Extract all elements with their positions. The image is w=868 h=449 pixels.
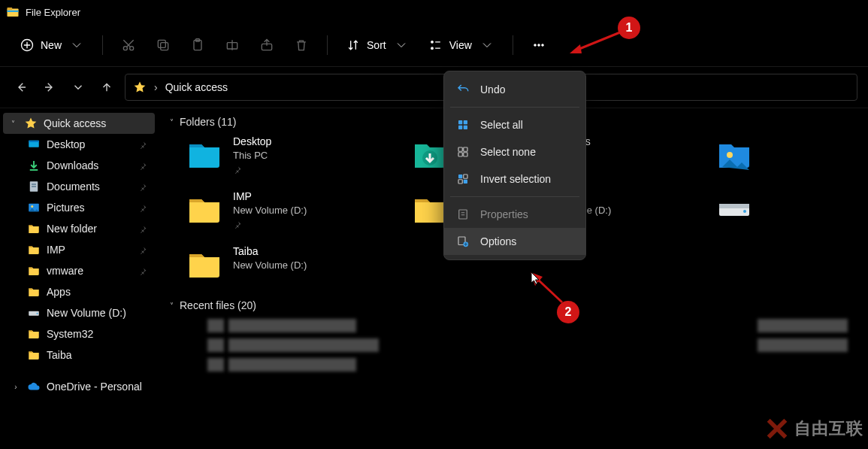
folder-item-imp[interactable]: IMPNew Volume (D:) bbox=[186, 190, 374, 229]
invert-icon bbox=[456, 172, 470, 186]
svg-rect-2 bbox=[8, 11, 19, 12]
chevron-down-icon: ˅ bbox=[170, 118, 174, 126]
sidebar-item-pictures[interactable]: Pictures bbox=[3, 197, 155, 218]
sidebar-item-onedrive[interactable]: › OneDrive - Personal bbox=[3, 376, 155, 397]
see-more-button[interactable] bbox=[525, 33, 552, 57]
svg-rect-18 bbox=[29, 141, 39, 142]
pin-icon bbox=[138, 182, 147, 191]
sort-button[interactable]: Sort bbox=[340, 33, 415, 57]
svg-rect-46 bbox=[459, 210, 467, 219]
sidebar-item-vmware[interactable]: vmware bbox=[3, 260, 155, 281]
sidebar-item-taiba[interactable]: Taiba bbox=[3, 344, 155, 366]
sidebar-item-label: New Volume (D:) bbox=[47, 307, 126, 319]
svg-point-13 bbox=[431, 47, 433, 49]
menu-item-options[interactable]: Options bbox=[444, 228, 585, 255]
svg-rect-6 bbox=[161, 43, 168, 50]
pin-icon bbox=[138, 224, 147, 233]
navigation-pane: ˅Quick accessDesktopDownloadsDocumentsPi… bbox=[0, 108, 158, 449]
svg-rect-44 bbox=[458, 180, 462, 184]
back-button[interactable] bbox=[11, 77, 32, 98]
svg-point-4 bbox=[123, 47, 127, 50]
recent-section-header[interactable]: ˅ Recent files (20) bbox=[170, 299, 865, 311]
menu-item-label: Select none bbox=[480, 146, 536, 158]
sidebar-item-downloads[interactable]: Downloads bbox=[3, 155, 155, 176]
svg-point-30 bbox=[727, 152, 733, 158]
annotation-badge-2: 2 bbox=[557, 301, 579, 323]
forward-button[interactable] bbox=[39, 77, 60, 98]
folder-icon bbox=[186, 190, 222, 226]
paste-button[interactable] bbox=[184, 33, 211, 57]
svg-line-49 bbox=[576, 31, 624, 50]
svg-point-14 bbox=[534, 44, 536, 47]
svg-point-25 bbox=[37, 313, 38, 314]
pin-icon bbox=[138, 203, 147, 212]
sidebar-item-label: IMP bbox=[47, 244, 65, 256]
separator bbox=[513, 35, 513, 55]
sidebar-item-quick-access[interactable]: ˅Quick access bbox=[3, 113, 155, 134]
sidebar-item-documents[interactable]: Documents bbox=[3, 176, 155, 197]
share-button[interactable] bbox=[253, 33, 280, 57]
copy-button[interactable] bbox=[150, 33, 177, 57]
menu-separator bbox=[450, 196, 579, 197]
svg-rect-20 bbox=[32, 184, 36, 185]
options-icon bbox=[456, 235, 470, 248]
rename-button[interactable] bbox=[219, 33, 246, 57]
menu-item-select-all[interactable]: Select all bbox=[444, 111, 585, 138]
menu-item-properties: Properties bbox=[444, 201, 585, 228]
folder-location: New Volume (D:) bbox=[233, 259, 307, 271]
downloads-tile-icon bbox=[412, 135, 448, 171]
sidebar-item-label: vmware bbox=[47, 265, 83, 277]
window-title: File Explorer bbox=[26, 7, 80, 18]
new-button[interactable]: New bbox=[14, 33, 90, 57]
titlebar: File Explorer bbox=[0, 0, 868, 24]
menu-item-undo[interactable]: Undo bbox=[444, 76, 585, 103]
folder-item[interactable] bbox=[716, 190, 758, 229]
delete-button[interactable] bbox=[288, 33, 315, 57]
svg-rect-39 bbox=[464, 147, 467, 151]
svg-rect-36 bbox=[458, 126, 462, 129]
address-bar: › Quick access bbox=[0, 66, 868, 108]
chevron-down-icon: ˅ bbox=[170, 302, 174, 310]
svg-rect-1 bbox=[8, 8, 13, 10]
cut-button[interactable] bbox=[115, 33, 142, 57]
pin-icon bbox=[138, 161, 147, 170]
folder-item-desktop[interactable]: DesktopThis PC bbox=[186, 135, 374, 174]
folder-item-taiba[interactable]: TaibaNew Volume (D:) bbox=[186, 245, 374, 281]
sidebar-item-desktop[interactable]: Desktop bbox=[3, 134, 155, 155]
folder-icon bbox=[27, 348, 41, 362]
chevron-down-icon bbox=[394, 38, 409, 53]
star-icon bbox=[133, 80, 147, 94]
star-icon bbox=[24, 117, 38, 130]
recent-locations-button[interactable] bbox=[68, 77, 89, 98]
folder-name: Taiba bbox=[233, 245, 307, 257]
pin-icon bbox=[138, 140, 147, 149]
toolbar: New Sort View bbox=[0, 24, 868, 66]
sidebar-item-new-volume-d-[interactable]: New Volume (D:) bbox=[3, 302, 155, 323]
sidebar-item-label: Downloads bbox=[47, 159, 98, 171]
sidebar-item-apps[interactable]: Apps bbox=[3, 281, 155, 302]
menu-item-label: Options bbox=[480, 235, 516, 247]
folder-item[interactable] bbox=[716, 135, 758, 174]
sidebar-item-system32[interactable]: System32 bbox=[3, 323, 155, 344]
drive-icon bbox=[27, 306, 41, 320]
desktop-icon bbox=[27, 138, 41, 151]
view-button[interactable]: View bbox=[422, 33, 501, 57]
up-button[interactable] bbox=[96, 77, 117, 98]
folder-name: IMP bbox=[233, 190, 307, 202]
more-options-menu: UndoSelect allSelect noneInvert selectio… bbox=[443, 71, 586, 260]
svg-rect-32 bbox=[719, 204, 749, 208]
menu-item-label: Select all bbox=[480, 119, 523, 131]
svg-point-33 bbox=[743, 210, 746, 213]
menu-item-select-none[interactable]: Select none bbox=[444, 138, 585, 165]
folder-icon bbox=[27, 264, 41, 278]
svg-marker-50 bbox=[570, 44, 582, 53]
chevron-right-icon: › bbox=[154, 81, 158, 93]
sidebar-item-imp[interactable]: IMP bbox=[3, 239, 155, 260]
pin-icon bbox=[138, 245, 147, 254]
sidebar-item-label: New folder bbox=[47, 223, 97, 235]
menu-item-invert[interactable]: Invert selection bbox=[444, 165, 585, 193]
sidebar-item-new-folder[interactable]: New folder bbox=[3, 218, 155, 239]
pictures-tile-icon bbox=[716, 135, 752, 171]
svg-rect-21 bbox=[32, 186, 36, 187]
annotation-badge-1: 1 bbox=[618, 17, 640, 39]
